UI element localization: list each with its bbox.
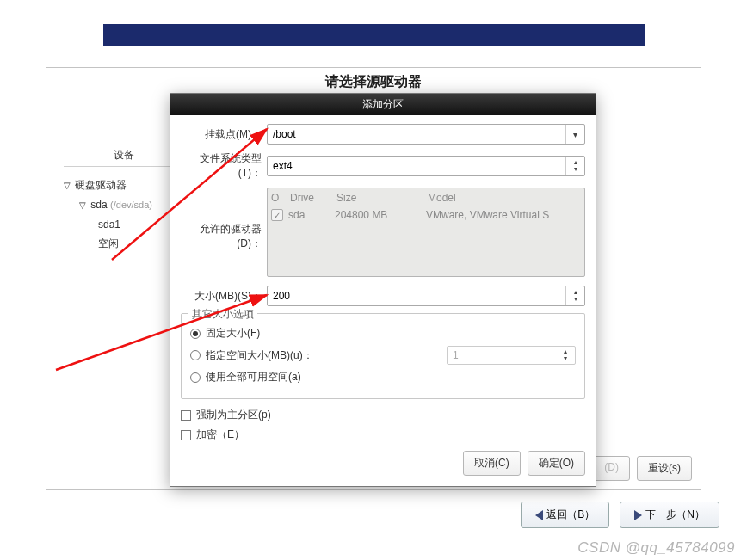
- checkbox-icon: [181, 430, 191, 440]
- check-primary[interactable]: 强制为主分区(p): [181, 408, 585, 422]
- size-spin[interactable]: ▴▾: [267, 286, 585, 306]
- dialog-title: 添加分区: [170, 94, 596, 115]
- drives-list[interactable]: O Drive Size Model sda 204800 MB VMware,…: [267, 188, 585, 277]
- cancel-button[interactable]: 取消(C): [463, 451, 521, 476]
- device-tree: ▽ 硬盘驱动器 ▽ sda (/dev/sda) sda1 空闲: [64, 175, 152, 253]
- drive-row[interactable]: sda 204800 MB VMware, VMware Virtual S: [268, 207, 584, 223]
- updown-icon[interactable]: ▴▾: [565, 157, 584, 175]
- other-size-legend: 其它大小选项: [188, 307, 257, 322]
- fs-input[interactable]: [268, 157, 565, 175]
- checkbox-icon: [181, 410, 191, 421]
- radio-icon: [190, 350, 201, 360]
- mount-label: 挂载点(M)：: [181, 127, 267, 142]
- fs-label: 文件系统类型(T)：: [181, 151, 267, 181]
- radio-fill-to[interactable]: 指定空间大小(MB)(u)： 1▴▾: [190, 346, 576, 365]
- drive-checkbox[interactable]: [271, 209, 283, 221]
- top-blue-bar: [103, 24, 645, 46]
- reset-button[interactable]: 重设(s): [637, 456, 692, 481]
- watermark: CSDN @qq_45784099: [577, 539, 735, 557]
- fs-combo[interactable]: ▴▾: [267, 156, 585, 176]
- chevron-down-icon[interactable]: ▾: [565, 125, 584, 144]
- size-updown-icon[interactable]: ▴▾: [565, 286, 584, 305]
- other-size-fieldset: 其它大小选项 固定大小(F) 指定空间大小(MB)(u)： 1▴▾ 使用全部可用…: [181, 313, 585, 399]
- radio-icon: [190, 372, 201, 383]
- tree-sda[interactable]: ▽ sda (/dev/sda): [64, 195, 152, 215]
- add-partition-dialog: 添加分区 挂载点(M)： ▾ 文件系统类型(T)： ▴▾ 允许的驱动器(D)： …: [170, 93, 596, 487]
- size-input[interactable]: [268, 286, 565, 305]
- radio-icon: [190, 329, 201, 339]
- panel-header: 请选择源驱动器: [46, 73, 701, 91]
- delete-button: (D): [593, 456, 630, 481]
- drives-label: 允许的驱动器(D)：: [181, 188, 267, 251]
- ok-button[interactable]: 确定(O): [528, 451, 585, 476]
- next-button[interactable]: 下一步（N）: [620, 502, 719, 528]
- drives-header: O Drive Size Model: [268, 188, 584, 207]
- back-button[interactable]: 返回（B）: [521, 502, 609, 528]
- mount-combo[interactable]: ▾: [267, 124, 585, 145]
- tree-sda1[interactable]: sda1: [64, 215, 152, 234]
- fill-to-value: 1▴▾: [447, 346, 576, 365]
- arrow-right-icon: [634, 510, 642, 520]
- size-label: 大小(MB)(S)：: [181, 289, 267, 304]
- radio-all-space[interactable]: 使用全部可用空间(a): [190, 370, 576, 385]
- arrow-left-icon: [535, 510, 543, 520]
- mount-input[interactable]: [268, 125, 565, 144]
- tree-free[interactable]: 空闲: [64, 234, 152, 253]
- radio-fixed[interactable]: 固定大小(F): [190, 326, 576, 341]
- check-encrypt[interactable]: 加密（E）: [181, 428, 585, 442]
- tree-root[interactable]: ▽ 硬盘驱动器: [64, 175, 152, 195]
- device-column-header: 设备: [64, 148, 184, 167]
